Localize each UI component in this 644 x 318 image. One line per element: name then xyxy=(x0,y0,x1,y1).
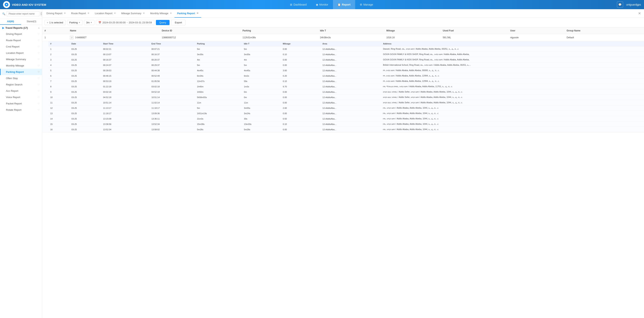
cell-group-name: Default xyxy=(564,34,644,41)
query-button[interactable]: Query xyxy=(156,20,170,25)
favorite-icon[interactable]: ♡ xyxy=(38,109,40,111)
sub-data-row: 6 03-25 00:46:15 00:52:49 6m34s 6m2s 0.2… xyxy=(48,73,644,78)
chevron-down-icon: ▼ xyxy=(90,21,92,23)
favorite-icon[interactable]: ♡ xyxy=(38,64,40,67)
sub-cell-parking: 15m38s xyxy=(195,121,242,127)
sub-cell-parking: 5m28s xyxy=(195,127,242,132)
sub-cell-idle: 5m xyxy=(242,46,281,52)
tab-close-mileage[interactable]: ✕ xyxy=(143,12,145,14)
sidebar-item-often[interactable]: Often Stay ♡ xyxy=(0,75,42,81)
favorite-icon[interactable]: ♡ xyxy=(38,39,40,42)
export-button[interactable]: Export xyxy=(171,20,186,25)
type-select[interactable]: Parking ▼ xyxy=(67,20,82,25)
sub-cell-mileage: 3.60 xyxy=(281,68,320,73)
tab-route[interactable]: Route Report ✕ xyxy=(68,9,92,18)
tab-close-monthly[interactable]: ✕ xyxy=(170,12,172,14)
sub-cell-parking: 4m xyxy=(195,57,242,62)
content-area: Driving Report ✕ Route Report ✕ Location… xyxy=(42,9,644,318)
nav-dashboard[interactable]: ⊞ Dashboard xyxy=(285,0,311,9)
favorite-icon[interactable]: ♡ xyxy=(38,58,40,61)
sub-cell-parking: 6m34s xyxy=(195,73,242,78)
sub-cell-num: 16 xyxy=(48,127,70,132)
sidebar-item-driving[interactable]: Driving Report ♡ xyxy=(0,31,42,37)
expand-button[interactable]: ▽ xyxy=(70,36,74,39)
sub-cell-end: 13:58:02 xyxy=(150,127,195,132)
tab-location[interactable]: Location Report ✕ xyxy=(92,9,118,18)
sidebar-item-label: Often Stay xyxy=(6,77,18,80)
sub-cell-date: 03-25 xyxy=(70,84,101,89)
sub-cell-parking: 3m30s xyxy=(195,52,242,57)
tab-all[interactable]: All(60) xyxy=(0,18,21,25)
sub-data-row: 9 03-25 03:02:18 04:52:18 1h50m 0m 0.00 … xyxy=(48,89,644,95)
favorite-icon[interactable]: ♡ xyxy=(38,96,40,99)
sidebar-item-voice[interactable]: Voice Report ♡ xyxy=(0,94,42,100)
sub-cell-address: አዲስ ሰፈር አካባቢ / Addis Sefer, አዲስ አበባ / Ad… xyxy=(381,95,644,100)
search-input[interactable] xyxy=(6,11,40,16)
nav-manage[interactable]: ⚙ Manage xyxy=(355,0,378,9)
sub-cell-address: አዲስ ሰፈር አካባቢ / Addis Sefer, አዲስ አበባ / Ad… xyxy=(381,89,644,95)
sidebar-item-parking[interactable]: Parking Report ♡ xyxy=(0,69,42,75)
tab-monthly[interactable]: Monthly Mileage ✕ xyxy=(148,9,174,18)
table-header-row: # Name Device ID Parking Idle T Mileage … xyxy=(42,27,644,34)
sidebar-item-location[interactable]: Location Report ♡ xyxy=(0,50,42,56)
favorite-icon[interactable]: ♡ xyxy=(38,33,40,35)
tab-stared[interactable]: Stared(3) xyxy=(21,18,42,25)
tab-close-parking[interactable]: ✕ xyxy=(196,12,198,14)
search-icon: 🔍 xyxy=(2,12,5,15)
sub-cell-idle: 1m3s xyxy=(242,84,281,89)
tab-close-driving[interactable]: ✕ xyxy=(64,12,66,14)
table-container: # Name Device ID Parking Idle T Mileage … xyxy=(42,27,644,318)
favorite-icon[interactable]: ♡ xyxy=(38,52,40,54)
sub-cell-mileage: 0.00 xyxy=(281,57,320,62)
add-report-button[interactable] xyxy=(41,11,42,16)
tab-label: Monthly Mileage xyxy=(150,12,168,15)
sidebar-item-acc[interactable]: Acc Report ♡ xyxy=(0,88,42,94)
favorite-icon[interactable]: ♡ xyxy=(38,102,40,105)
tab-close-location[interactable]: ✕ xyxy=(114,12,116,14)
tab-close-route[interactable]: ✕ xyxy=(88,12,89,14)
sidebar-item-cmd[interactable]: Cmd Report ♡ xyxy=(0,43,42,50)
favorite-icon[interactable]: ♡ xyxy=(38,71,40,73)
sub-col-parking: Parking xyxy=(195,41,242,46)
sub-cell-end: 01:05:56 xyxy=(150,78,195,84)
travel-reports-header[interactable]: ▶ Travel Reports (17) ∧ xyxy=(0,25,42,31)
favorite-icon[interactable]: ♡ xyxy=(38,77,40,80)
dot-icon xyxy=(47,22,48,23)
duration-select[interactable]: 3m ▼ xyxy=(84,20,94,25)
sidebar-item-label: Mileage Summary xyxy=(6,58,26,61)
nav-monitor[interactable]: ◉ Monitor xyxy=(311,0,333,9)
tab-driving[interactable]: Driving Report ✕ xyxy=(44,9,68,18)
sub-cell-end: 11:18:17 xyxy=(150,105,195,111)
favorite-icon[interactable]: ♡ xyxy=(38,83,40,86)
cell-used-fuel: 591.56L xyxy=(440,34,508,41)
sub-cell-date: 03-25 xyxy=(70,57,101,62)
sidebar-item-mileage[interactable]: Mileage Summary ♡ xyxy=(0,56,42,62)
sidebar-item-label: Rotate Report xyxy=(6,108,22,111)
sub-cell-num: 14 xyxy=(48,116,70,121)
sub-cell-parking: 1h51m19s xyxy=(195,111,242,116)
favorite-icon[interactable]: ♡ xyxy=(38,45,40,48)
col-user: User xyxy=(508,27,564,34)
tab-parking[interactable]: Parking Report ✕ xyxy=(174,9,201,18)
nav-report[interactable]: 📋 Report xyxy=(333,0,355,9)
sidebar-item-monthly[interactable]: Monthly Mileage ♡ xyxy=(0,62,42,69)
sub-cell-date: 03-25 xyxy=(70,73,101,78)
tab-mileage[interactable]: Mileage Summary ✕ xyxy=(118,9,148,18)
sidebar-item-region[interactable]: Region Search ♡ xyxy=(0,81,42,88)
date-range-picker[interactable]: 📅 2024-03-25 00:00:00 - 2024-03-31 23:59… xyxy=(96,20,154,25)
sidebar-item-route[interactable]: Route Report ♡ xyxy=(0,37,42,43)
sub-col-num: # xyxy=(48,41,70,46)
chat-icon[interactable]: 💬 xyxy=(617,1,623,8)
sub-cell-idle: 5m28s xyxy=(242,127,281,132)
sub-cell-parking: 1h40m xyxy=(195,84,242,89)
sidebar-item-rotate[interactable]: Rotate Report ♡ xyxy=(0,107,42,113)
sub-data-row: 12 03-25 11:13:17 11:18:17 5m 3m55s 2.60… xyxy=(48,105,644,111)
sidebar-item-packet[interactable]: Packet Report ♡ xyxy=(0,100,42,107)
sub-cell-mileage: 0.10 xyxy=(281,78,320,84)
favorite-icon[interactable]: ♡ xyxy=(38,90,40,92)
sub-cell-date: 03-25 xyxy=(70,116,101,121)
sub-cell-date: 03-25 xyxy=(70,68,101,73)
report-area: 1 is selected Parking ▼ 3m ▼ 📅 2024-03-2… xyxy=(42,18,644,318)
close-all-tabs[interactable]: ✕ xyxy=(636,10,642,16)
sub-cell-mileage: 0.10 xyxy=(281,52,320,57)
